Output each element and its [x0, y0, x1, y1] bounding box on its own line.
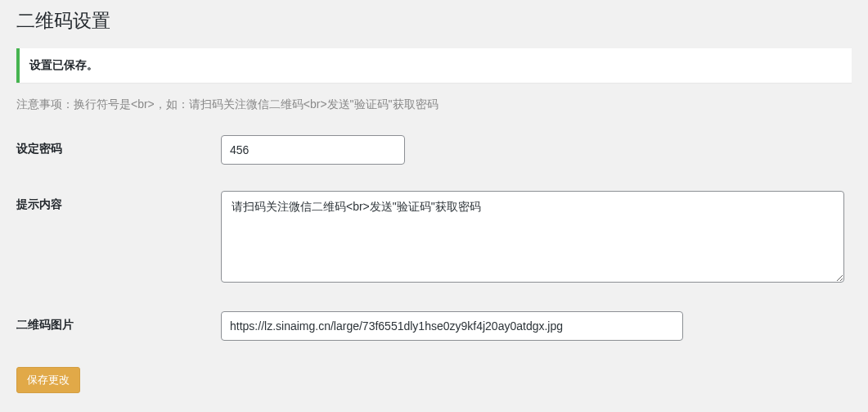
hint-textarea[interactable]: 请扫码关注微信二维码<br>发送"验证码"获取密码	[221, 191, 844, 283]
success-notice: 设置已保存。	[16, 48, 852, 83]
qr-image-field-wrapper	[221, 311, 852, 341]
form-row-hint: 提示内容 请扫码关注微信二维码<br>发送"验证码"获取密码	[16, 191, 852, 285]
password-field-wrapper	[221, 135, 852, 165]
hint-label: 提示内容	[16, 191, 221, 212]
save-button[interactable]: 保存更改	[16, 367, 80, 393]
form-row-qr-image: 二维码图片	[16, 311, 852, 341]
helper-text: 注意事项：换行符号是<br>，如：请扫码关注微信二维码<br>发送"验证码"获取…	[16, 97, 852, 112]
password-input[interactable]	[221, 135, 405, 165]
qr-image-label: 二维码图片	[16, 311, 221, 333]
page-title: 二维码设置	[16, 8, 852, 34]
qr-image-input[interactable]	[221, 311, 683, 341]
form-row-password: 设定密码	[16, 135, 852, 165]
hint-field-wrapper: 请扫码关注微信二维码<br>发送"验证码"获取密码	[221, 191, 852, 285]
password-label: 设定密码	[16, 135, 221, 156]
notice-message: 设置已保存。	[29, 58, 842, 73]
